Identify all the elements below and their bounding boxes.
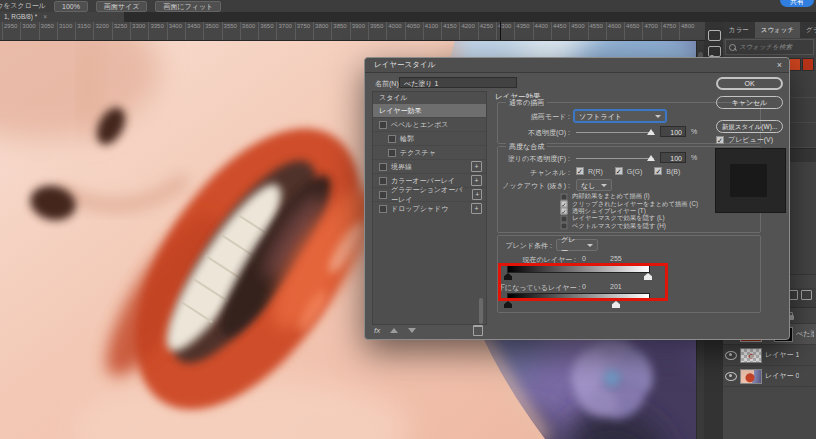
name-input[interactable]: べた塗り 1 <box>399 77 517 88</box>
channel-checkbox[interactable]: ✓ <box>576 167 584 175</box>
add-instance-icon[interactable]: + <box>471 175 482 186</box>
layer-name[interactable]: レイヤー 0 <box>765 371 799 381</box>
color-swatch[interactable] <box>789 58 801 71</box>
styles-item[interactable]: 境界線 + <box>373 159 486 173</box>
panel-tabs: カラースウォッチグラデーション <box>723 22 816 38</box>
layer-row[interactable]: レイヤー 1 <box>723 345 816 366</box>
fill-opacity-value[interactable]: 100 <box>660 152 686 163</box>
document-tab[interactable]: 1, RGB/8) * × <box>0 12 124 22</box>
styles-item[interactable]: テクスチャ <box>373 145 486 159</box>
styles-item[interactable]: 輪郭 <box>373 131 486 145</box>
blend-if-value: グレー <box>561 234 582 256</box>
channel-option[interactable]: ✓ G(G) <box>615 167 643 175</box>
layer-name[interactable]: レイヤー 1 <box>765 350 799 360</box>
style-checkbox[interactable] <box>379 177 387 185</box>
panel-tab[interactable]: グラデーション <box>800 22 816 38</box>
ruler-tick: 4650 <box>624 22 642 40</box>
dialog-title: レイヤースタイル <box>374 60 435 69</box>
styles-item-layer-effects[interactable]: レイヤー効果 <box>373 104 486 117</box>
blend-mode-value: ソフトライト <box>579 111 622 122</box>
advanced-option[interactable]: ベクトルマスクで効果を隠す (H) <box>560 223 698 230</box>
underlying-black-handle[interactable] <box>504 301 512 308</box>
layer-name[interactable]: べた塗り 1 <box>796 329 814 339</box>
preview-checkbox[interactable]: ✓ <box>716 136 724 144</box>
styles-item[interactable]: ベベルとエンボス <box>373 117 486 131</box>
cancel-button[interactable]: キャンセル <box>716 96 783 109</box>
move-effect-down-icon[interactable] <box>408 328 416 333</box>
styles-item[interactable]: ドロップシャドウ + <box>373 201 486 215</box>
blend-if-label: ブレンド条件 : <box>502 241 552 251</box>
ruler-tick: 4100 <box>423 22 441 40</box>
add-instance-icon[interactable]: + <box>471 203 482 214</box>
style-checkbox[interactable] <box>379 205 387 213</box>
advanced-option-checkbox[interactable]: ✓ <box>561 208 568 215</box>
channel-checkbox[interactable]: ✓ <box>654 167 662 175</box>
panel-tab[interactable]: カラー <box>723 22 755 38</box>
channel-checkbox[interactable]: ✓ <box>615 167 623 175</box>
fill-opacity-slider[interactable] <box>576 158 654 159</box>
preview-option[interactable]: ✓ プレビュー(V) <box>716 135 773 145</box>
fit-screen-button[interactable]: 画面サイズ <box>96 1 148 12</box>
channel-label: G(G) <box>627 168 643 175</box>
opacity-percent: % <box>691 128 697 135</box>
panel-tab[interactable]: スウォッチ <box>755 22 800 38</box>
color-swatch[interactable] <box>802 58 814 71</box>
ok-button[interactable]: OK <box>716 77 783 90</box>
channel-option[interactable]: ✓ R(R) <box>576 167 603 175</box>
blend-if-dropdown[interactable]: グレー <box>556 239 598 251</box>
advanced-option-checkbox[interactable] <box>561 193 568 200</box>
style-checkbox[interactable] <box>388 149 396 157</box>
adjustment-icon[interactable] <box>801 290 812 300</box>
zoom-100-button[interactable]: 100% <box>54 1 88 12</box>
style-item-label: 輪郭 <box>400 134 414 144</box>
layer-row[interactable]: レイヤー 0 <box>723 366 816 387</box>
channel-label: B(B) <box>666 168 680 175</box>
style-checkbox[interactable] <box>379 121 387 129</box>
styles-item[interactable]: グラデーションオーバーレイ + <box>373 187 486 201</box>
delete-effect-icon[interactable] <box>473 325 483 336</box>
advanced-option-checkbox[interactable]: ✓ <box>561 201 568 208</box>
library-panel-icon[interactable] <box>708 30 721 41</box>
channel-option[interactable]: ✓ B(B) <box>654 167 680 175</box>
style-checkbox[interactable] <box>379 163 387 171</box>
styles-footer: fx <box>372 324 487 337</box>
layer-visibility-icon[interactable] <box>725 372 737 381</box>
fill-screen-button[interactable]: 画面にフィット <box>155 1 221 12</box>
document-tab-title: 1, RGB/8) * <box>4 12 37 22</box>
channel-checkboxes: ✓ R(R) ✓ G(G) ✓ B(B) <box>576 167 680 175</box>
advanced-option-checkbox[interactable] <box>561 223 568 230</box>
styles-scrollbar[interactable] <box>479 298 483 324</box>
blend-mode-dropdown[interactable]: ソフトライト <box>574 110 666 122</box>
comments-panel-icon[interactable] <box>708 46 721 57</box>
opacity-value[interactable]: 100 <box>660 126 686 137</box>
channel-label: R(R) <box>588 168 603 175</box>
add-instance-icon[interactable]: + <box>471 161 482 172</box>
fill-opacity-label: 塗りの不透明度(F) : <box>498 154 570 164</box>
swatch-search-placeholder: スウォッチを検索 <box>739 43 792 52</box>
style-item-label: テクスチャ <box>400 148 436 158</box>
layer-thumbnail[interactable] <box>740 369 762 384</box>
swatch-search-field[interactable]: スウォッチを検索 <box>725 39 814 55</box>
blend-mode-label: 描画モード : <box>498 112 570 122</box>
opacity-slider[interactable] <box>576 132 654 133</box>
preview-thumbnail <box>715 148 786 213</box>
style-item-label: 境界線 <box>391 162 412 172</box>
fill-opacity-slider-handle[interactable] <box>647 155 655 161</box>
move-effect-up-icon[interactable] <box>390 328 398 333</box>
style-checkbox[interactable] <box>388 135 396 143</box>
fx-icon[interactable]: fx <box>374 326 380 335</box>
knockout-dropdown[interactable]: なし <box>576 179 612 191</box>
opacity-slider-handle[interactable] <box>647 129 655 135</box>
document-close-icon[interactable]: × <box>43 12 47 22</box>
underlying-white-handle[interactable] <box>612 301 620 308</box>
ruler-tick: 3050 <box>39 22 57 40</box>
layer-thumbnail[interactable] <box>740 348 762 363</box>
new-style-button[interactable]: 新規スタイル(W)... <box>716 120 783 133</box>
share-button[interactable]: 共有 <box>780 0 814 7</box>
layer-visibility-icon[interactable] <box>725 351 737 360</box>
add-instance-icon[interactable]: + <box>472 189 482 200</box>
dialog-close-icon[interactable]: × <box>777 58 782 72</box>
dialog-title-bar[interactable]: レイヤースタイル × <box>365 58 789 73</box>
style-checkbox[interactable] <box>379 191 387 199</box>
advanced-option-checkbox[interactable] <box>561 215 568 222</box>
